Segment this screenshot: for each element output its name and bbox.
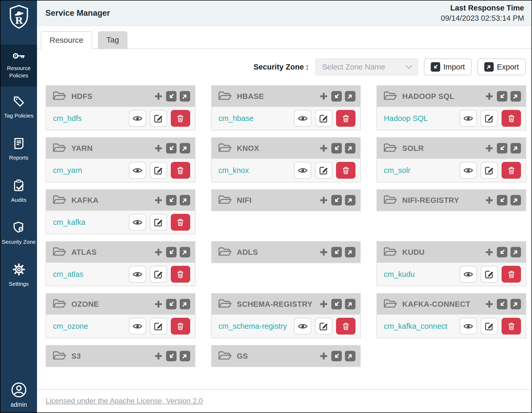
edit-service-button[interactable] (315, 318, 332, 335)
add-service-button[interactable] (319, 248, 328, 257)
card-export-button[interactable] (180, 195, 190, 205)
license-link[interactable]: Licensed under the Apache License, Versi… (46, 397, 203, 405)
add-service-button[interactable] (154, 248, 163, 257)
zone-select[interactable]: Select Zone Name (315, 59, 418, 75)
delete-service-button[interactable] (171, 318, 190, 335)
service-name-link[interactable]: cm_schema-registry (219, 322, 287, 331)
delete-service-button[interactable] (336, 318, 355, 335)
edit-service-button[interactable] (315, 162, 332, 179)
service-name-link[interactable]: cm_atlas (53, 270, 83, 279)
view-service-button[interactable] (129, 162, 146, 179)
add-service-button[interactable] (485, 248, 494, 257)
edit-service-button[interactable] (150, 162, 167, 179)
card-import-button[interactable] (166, 195, 177, 205)
card-export-button[interactable] (345, 91, 355, 102)
service-name-link[interactable]: cm_solr (384, 166, 411, 175)
delete-service-button[interactable] (502, 162, 521, 179)
card-import-button[interactable] (166, 351, 177, 361)
delete-service-button[interactable] (502, 318, 521, 335)
card-import-button[interactable] (331, 143, 342, 153)
view-service-button[interactable] (460, 318, 477, 335)
add-service-button[interactable] (154, 352, 163, 361)
card-export-button[interactable] (345, 351, 355, 361)
card-export-button[interactable] (345, 195, 355, 205)
service-name-link[interactable]: cm_ozone (53, 322, 88, 331)
delete-service-button[interactable] (336, 162, 355, 179)
edit-service-button[interactable] (150, 318, 167, 335)
card-import-button[interactable] (497, 195, 507, 205)
delete-service-button[interactable] (336, 110, 355, 127)
view-service-button[interactable] (129, 266, 146, 283)
add-service-button[interactable] (154, 196, 163, 205)
tab-tag[interactable]: Tag (98, 31, 127, 49)
card-export-button[interactable] (510, 195, 521, 205)
edit-service-button[interactable] (150, 214, 167, 231)
card-import-button[interactable] (331, 91, 342, 102)
delete-service-button[interactable] (171, 162, 190, 179)
card-import-button[interactable] (166, 247, 177, 257)
service-name-link[interactable]: cm_knox (219, 166, 249, 175)
add-service-button[interactable] (319, 300, 328, 309)
add-service-button[interactable] (485, 144, 494, 153)
card-import-button[interactable] (497, 299, 507, 309)
service-name-link[interactable]: Hadoop SQL (384, 114, 428, 123)
add-service-button[interactable] (485, 196, 494, 205)
card-export-button[interactable] (180, 143, 190, 153)
card-export-button[interactable] (345, 143, 355, 153)
edit-service-button[interactable] (150, 110, 167, 127)
add-service-button[interactable] (319, 352, 328, 361)
card-import-button[interactable] (166, 299, 177, 309)
card-export-button[interactable] (345, 247, 355, 257)
card-import-button[interactable] (497, 143, 507, 153)
import-button[interactable]: Import (424, 59, 472, 75)
sidebar-item-audits[interactable]: Audits (1, 171, 37, 213)
service-name-link[interactable]: cm_yarn (53, 166, 82, 175)
view-service-button[interactable] (294, 110, 311, 127)
view-service-button[interactable] (129, 318, 146, 335)
add-service-button[interactable] (319, 92, 328, 101)
add-service-button[interactable] (485, 92, 494, 101)
edit-service-button[interactable] (481, 266, 498, 283)
card-import-button[interactable] (331, 299, 342, 309)
service-name-link[interactable]: cm_kudu (384, 270, 415, 279)
edit-service-button[interactable] (150, 266, 167, 283)
card-import-button[interactable] (497, 247, 507, 257)
card-export-button[interactable] (510, 299, 521, 309)
delete-service-button[interactable] (502, 110, 521, 127)
card-export-button[interactable] (180, 247, 190, 257)
ranger-logo[interactable]: R (1, 1, 37, 45)
delete-service-button[interactable] (171, 110, 190, 127)
card-export-button[interactable] (180, 351, 190, 361)
view-service-button[interactable] (129, 110, 146, 127)
delete-service-button[interactable] (171, 266, 190, 283)
view-service-button[interactable] (460, 266, 477, 283)
add-service-button[interactable] (319, 196, 328, 205)
card-import-button[interactable] (331, 195, 342, 205)
sidebar-item-tag-policies[interactable]: Tag Policies (1, 87, 37, 129)
sidebar-item-reports[interactable]: Reports (1, 129, 37, 171)
edit-service-button[interactable] (481, 162, 498, 179)
service-name-link[interactable]: cm_hdfs (53, 114, 82, 123)
card-export-button[interactable] (180, 91, 190, 102)
view-service-button[interactable] (294, 162, 311, 179)
add-service-button[interactable] (154, 144, 163, 153)
view-service-button[interactable] (294, 318, 311, 335)
service-name-link[interactable]: cm_hbase (219, 114, 254, 123)
add-service-button[interactable] (485, 300, 494, 309)
tab-resource[interactable]: Resource (41, 31, 92, 49)
card-export-button[interactable] (510, 91, 521, 102)
card-import-button[interactable] (331, 351, 342, 361)
card-export-button[interactable] (510, 143, 521, 153)
delete-service-button[interactable] (171, 214, 190, 231)
sidebar-item-security-zone[interactable]: Security Zone (1, 213, 37, 255)
delete-service-button[interactable] (502, 266, 521, 283)
edit-service-button[interactable] (481, 318, 498, 335)
view-service-button[interactable] (129, 214, 146, 231)
view-service-button[interactable] (460, 110, 477, 127)
card-export-button[interactable] (510, 247, 521, 257)
card-export-button[interactable] (180, 299, 190, 309)
card-import-button[interactable] (497, 91, 507, 102)
add-service-button[interactable] (154, 92, 163, 101)
card-import-button[interactable] (166, 91, 177, 102)
card-import-button[interactable] (331, 247, 342, 257)
